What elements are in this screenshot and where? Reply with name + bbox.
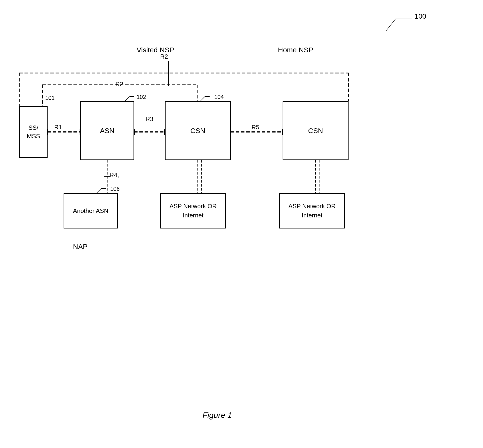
ss-mss-box: SS/ MSS: [19, 106, 48, 158]
diagram: 100 Visited NSP Home NSP R2 R2 101 102 1…: [0, 0, 483, 448]
r3-label: R3: [146, 115, 153, 123]
svg-line-30: [96, 188, 101, 193]
r1-label: R1: [54, 124, 62, 131]
svg-line-25: [386, 19, 396, 31]
svg-line-28: [200, 96, 205, 101]
figure-label: Figure 1: [203, 411, 232, 420]
csn-visited-box: CSN: [165, 101, 231, 160]
nap-label: NAP: [73, 243, 87, 251]
r2-top-label: R2: [160, 53, 168, 60]
another-asn-box: Another ASN: [63, 193, 118, 228]
ref-101: 101: [45, 95, 55, 101]
r2-mid-label: R2: [115, 80, 123, 88]
csn-home-box: CSN: [283, 101, 348, 160]
svg-line-26: [125, 96, 129, 101]
asn-box: ASN: [80, 101, 134, 160]
visited-nsp-label: Visited NSP: [137, 46, 174, 54]
home-nsp-label: Home NSP: [278, 46, 313, 54]
asp-visited-box: ASP Network ORInternet: [160, 193, 226, 228]
asp-home-box: ASP Network ORInternet: [279, 193, 345, 228]
r4-label: R4,: [110, 171, 119, 179]
ref-100: 100: [414, 12, 426, 20]
ref-106: 106: [110, 186, 120, 192]
ref-104: 104: [214, 94, 224, 100]
ref-102: 102: [137, 94, 146, 100]
r5-label: R5: [252, 124, 259, 131]
